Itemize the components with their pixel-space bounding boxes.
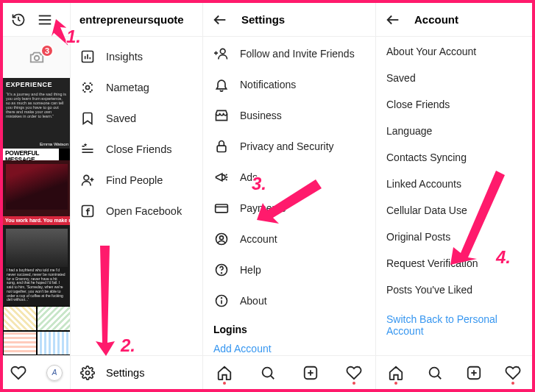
account-circle-icon	[213, 231, 230, 247]
add-post-icon[interactable]	[302, 365, 319, 381]
megaphone-icon	[213, 169, 230, 185]
find-people-icon	[79, 172, 96, 188]
svg-line-23	[226, 174, 227, 176]
svg-line-36	[270, 375, 274, 379]
settings-item-label: About	[240, 295, 267, 307]
annotation-number-3: 3.	[252, 174, 266, 194]
svg-point-29	[220, 236, 224, 240]
settings-item-label: Payments	[240, 202, 286, 214]
switch-account-link[interactable]: Switch Back to Personal Account	[376, 303, 532, 344]
settings-ads[interactable]: Ads	[203, 162, 375, 193]
drawer-close-friends[interactable]: Close Friends	[71, 134, 202, 165]
settings-account[interactable]: Account	[203, 224, 375, 254]
search-icon[interactable]	[427, 365, 443, 381]
svg-point-3	[34, 56, 38, 60]
settings-business[interactable]: Business	[203, 100, 375, 131]
settings-about[interactable]: About	[203, 285, 375, 316]
heart-icon[interactable]	[346, 365, 362, 381]
drawer-label: Find People	[106, 174, 163, 186]
svg-line-25	[226, 179, 227, 181]
account-posts-liked[interactable]: Posts You've Liked	[376, 277, 532, 303]
bottom-tabbar	[376, 355, 532, 389]
annotation-number-1: 1.	[66, 26, 81, 47]
close-friends-icon	[79, 141, 96, 157]
drawer-label: Close Friends	[106, 143, 171, 155]
thumbnail-powerful[interactable]: POWERFUL MESSAGE	[3, 149, 70, 160]
annotation-number-4: 4.	[496, 247, 511, 268]
info-circle-icon	[213, 293, 230, 309]
account-original-posts[interactable]: Original Posts	[376, 224, 532, 250]
bookmark-icon	[79, 110, 96, 126]
account-panel: Account About Your Account Saved Close F…	[376, 3, 532, 389]
settings-item-label: Privacy and Security	[240, 140, 334, 152]
insights-icon	[79, 49, 96, 65]
lock-icon	[213, 138, 230, 154]
drawer-settings[interactable]: Settings	[71, 355, 202, 389]
card-icon	[213, 200, 230, 216]
gear-icon	[79, 365, 96, 381]
settings-title: Settings	[241, 13, 285, 26]
facebook-icon	[79, 203, 96, 219]
account-close-friends[interactable]: Close Friends	[376, 91, 532, 118]
help-circle-icon	[213, 262, 230, 278]
thumb-caption: You work hard. You make money.	[3, 216, 70, 225]
archive-stories-column: 3 EXPERIENCE “It's a journey and the sad…	[3, 3, 71, 389]
add-account-link[interactable]: Add Account	[203, 338, 375, 355]
notification-badge: 3	[40, 44, 54, 57]
settings-payments[interactable]: Payments	[203, 193, 375, 224]
drawer-label: Saved	[106, 113, 136, 124]
back-arrow-icon[interactable]	[385, 12, 401, 28]
search-icon[interactable]	[260, 365, 276, 381]
back-arrow-icon[interactable]	[212, 12, 228, 28]
home-icon[interactable]	[216, 365, 233, 381]
drawer-saved[interactable]: Saved	[71, 103, 202, 134]
thumbnail-gaga[interactable]: I had a boyfriend who told me I'd never …	[3, 225, 70, 306]
svg-point-17	[86, 371, 90, 374]
nametag-icon	[79, 79, 96, 96]
thumb-caption: Emma Watson	[40, 142, 68, 147]
svg-point-13	[84, 175, 89, 180]
settings-item-label: Help	[240, 264, 261, 276]
account-language[interactable]: Language	[376, 118, 532, 144]
profile-avatar-icon[interactable]: A	[46, 365, 63, 381]
settings-item-label: Account	[240, 233, 277, 245]
add-person-icon	[213, 46, 230, 62]
settings-item-label: Notifications	[240, 79, 296, 90]
drawer-find-people[interactable]: Find People	[71, 165, 202, 196]
drawer-label: Insights	[106, 51, 143, 63]
svg-line-42	[437, 375, 441, 379]
thumbnail-experience[interactable]: EXPERIENCE “It's a journey and the sad t…	[3, 78, 70, 149]
store-icon	[213, 107, 230, 124]
hamburger-menu-icon[interactable]	[37, 12, 53, 28]
thumbnail-comic[interactable]	[3, 306, 70, 355]
drawer-label: Open Facebook	[106, 205, 182, 217]
account-cellular[interactable]: Cellular Data Use	[376, 197, 532, 224]
bottom-tabbar	[203, 355, 375, 389]
home-icon[interactable]	[388, 365, 404, 381]
settings-item-label: Business	[240, 110, 282, 121]
account-saved[interactable]: Saved	[376, 65, 532, 91]
settings-notifications[interactable]: Notifications	[203, 69, 375, 100]
settings-privacy[interactable]: Privacy and Security	[203, 131, 375, 162]
thumbnail-speaker[interactable]: You work hard. You make money.	[3, 160, 70, 225]
drawer-open-facebook[interactable]: Open Facebook	[71, 196, 202, 227]
svg-point-41	[429, 367, 439, 377]
drawer-insights[interactable]: Insights	[71, 41, 202, 72]
heart-icon[interactable]	[505, 365, 521, 381]
thumb-body: “It's a journey and the sad thing is you…	[6, 92, 68, 118]
username-header: entrepreneursquote	[71, 3, 202, 37]
settings-follow-invite[interactable]: Follow and Invite Friends	[203, 38, 375, 69]
profile-drawer: entrepreneursquote Insights Nametag Save…	[71, 3, 203, 389]
account-contacts[interactable]: Contacts Syncing	[376, 144, 532, 171]
account-about[interactable]: About Your Account	[376, 38, 532, 65]
heart-icon[interactable]	[10, 365, 26, 381]
account-linked[interactable]: Linked Accounts	[376, 171, 532, 197]
svg-rect-26	[216, 204, 228, 213]
settings-help[interactable]: Help	[203, 254, 375, 285]
add-post-icon[interactable]	[466, 365, 482, 381]
history-icon[interactable]	[10, 12, 26, 28]
drawer-nametag[interactable]: Nametag	[71, 72, 202, 103]
drawer-label: Nametag	[106, 82, 149, 93]
svg-point-8	[86, 86, 90, 90]
svg-point-35	[262, 367, 272, 377]
